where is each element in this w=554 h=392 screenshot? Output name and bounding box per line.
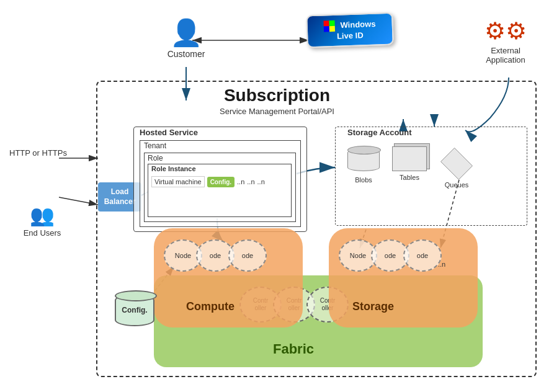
queues-diamond	[440, 148, 473, 180]
dots-label-3: ..n	[257, 178, 265, 185]
compute-label: Compute	[186, 300, 235, 313]
hosted-service-label: Hosted Service	[140, 128, 198, 137]
tables-label: Tables	[392, 174, 427, 181]
dots-label-1: ..n	[237, 178, 244, 185]
http-label: HTTP or HTTPs	[9, 148, 67, 159]
storage-dots: ..n	[438, 261, 445, 268]
dots-label-2: ..n	[247, 178, 254, 185]
subscription-title: Subscription	[0, 86, 554, 105]
config-shape: Config.	[115, 294, 154, 326]
blobs-cylinder	[347, 149, 380, 171]
customer-label: Customer	[158, 49, 214, 59]
config-button-vm: Config.	[207, 177, 235, 187]
vm-label: Virtual machine	[151, 176, 205, 187]
tables-shape: Tables	[392, 146, 427, 181]
config-label: Config.	[122, 306, 147, 314]
storage-label: Storage	[352, 300, 394, 313]
tenant-label: Tenant	[144, 141, 166, 150]
tables-rect	[392, 146, 427, 171]
fabric-label: Fabric	[273, 341, 314, 357]
compute-node-3: ode	[228, 239, 267, 272]
role-label: Role	[148, 154, 163, 163]
load-balancer-label: Load Balancer	[104, 187, 136, 206]
windows-live-badge: Windows Live ID	[306, 12, 394, 48]
queues-shape: Queues	[440, 146, 473, 189]
vm-row: Virtual machine Config. ..n ..n ..n	[151, 176, 265, 187]
blobs-shape: Blobs	[347, 149, 380, 184]
queues-label: Queues	[440, 181, 473, 189]
role-instance-label: Role Instance	[151, 165, 196, 172]
subscription-subtitle: Service Management Portal/API	[0, 107, 554, 116]
customer-area: 👤 Customer	[158, 17, 214, 59]
diagram-container: Subscription Service Management Portal/A…	[0, 0, 554, 392]
windows-flag-icon	[324, 20, 336, 32]
end-users-area: 👥 End Users	[11, 203, 73, 238]
person-icon: 👤	[158, 17, 214, 48]
config-cylinder: Config.	[115, 294, 154, 326]
users-icon: 👥	[11, 203, 73, 227]
blobs-label: Blobs	[347, 176, 380, 184]
external-app-label: External Application	[471, 46, 540, 65]
end-users-label: End Users	[11, 228, 73, 238]
gear-icon: ⚙⚙	[471, 17, 540, 45]
storage-node-3: ode	[403, 239, 442, 272]
storage-account-label: Storage Account	[347, 128, 412, 137]
external-app-area: ⚙⚙ External Application	[471, 17, 540, 65]
windows-live-label: Windows Live ID	[337, 19, 376, 41]
